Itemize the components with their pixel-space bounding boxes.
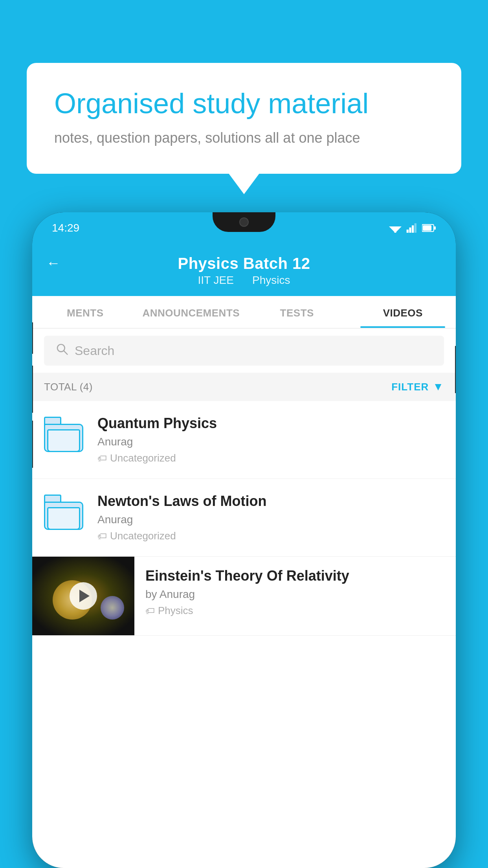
svg-rect-9 [434, 226, 436, 230]
search-container: Search [32, 329, 456, 373]
svg-line-12 [64, 351, 68, 355]
video-tag-3: 🏷 Physics [145, 605, 446, 617]
tabs-bar: MENTS ANNOUNCEMENTS TESTS VIDEOS [32, 296, 456, 329]
phone-side-btn-left2 [32, 366, 33, 413]
tab-tests[interactable]: TESTS [244, 296, 350, 328]
filter-icon: ▼ [433, 381, 444, 393]
tag-icon-1: 🏷 [97, 453, 107, 464]
svg-rect-6 [412, 225, 414, 233]
speech-bubble: Organised study material notes, question… [27, 63, 461, 174]
video-info-3: Einstein's Theory Of Relativity by Anura… [134, 557, 456, 628]
video-tag-label-2: Uncategorized [110, 530, 176, 542]
folder-icon-2 [44, 495, 83, 530]
tag-icon-2: 🏷 [97, 531, 107, 542]
video-title-2: Newton's Laws of Motion [97, 493, 444, 509]
search-placeholder: Search [75, 344, 114, 358]
phone-inner: ← Physics Batch 12 IIT JEE Physics MENTS… [32, 244, 456, 868]
video-tag-2: 🏷 Uncategorized [97, 530, 444, 542]
header-tag1: IIT JEE [198, 274, 234, 286]
app-header: ← Physics Batch 12 IIT JEE Physics [32, 244, 456, 296]
video-info-2: Newton's Laws of Motion Anurag 🏷 Uncateg… [97, 493, 444, 542]
video-tag-label-3: Physics [158, 605, 193, 617]
video-list: Quantum Physics Anurag 🏷 Uncategorized N… [32, 401, 456, 636]
search-icon [56, 343, 68, 359]
video-author-2: Anurag [97, 513, 444, 526]
video-author-3: by Anurag [145, 588, 446, 601]
filter-label: FILTER [391, 381, 429, 393]
folder-icon-1 [44, 417, 83, 452]
header-tag2: Physics [252, 274, 290, 286]
einstein-thumbnail [32, 557, 134, 635]
svg-rect-10 [423, 225, 431, 231]
total-count: TOTAL (4) [44, 381, 93, 393]
status-bar: 14:29 [32, 212, 456, 244]
video-title-3: Einstein's Theory Of Relativity [145, 568, 446, 584]
filter-button[interactable]: FILTER ▼ [391, 381, 444, 393]
camera [239, 217, 249, 227]
video-item-3[interactable]: Einstein's Theory Of Relativity by Anura… [32, 557, 456, 636]
tag-icon-3: 🏷 [145, 605, 155, 616]
video-tag-label-1: Uncategorized [110, 452, 176, 464]
video-item-1[interactable]: Quantum Physics Anurag 🏷 Uncategorized [32, 401, 456, 479]
svg-rect-7 [415, 223, 416, 233]
tab-announcements[interactable]: ANNOUNCEMENTS [138, 296, 244, 328]
svg-rect-4 [407, 230, 409, 233]
signal-icon [406, 223, 417, 233]
bubble-title: Organised study material [54, 86, 434, 120]
phone-side-btn-right [455, 346, 456, 393]
filter-bar: TOTAL (4) FILTER ▼ [32, 373, 456, 401]
wifi-icon [389, 223, 402, 233]
svg-rect-5 [409, 228, 411, 233]
video-item-2[interactable]: Newton's Laws of Motion Anurag 🏷 Uncateg… [32, 479, 456, 557]
notch [213, 212, 275, 232]
play-triangle [79, 590, 90, 602]
video-author-1: Anurag [97, 436, 444, 448]
back-button[interactable]: ← [46, 255, 61, 271]
status-time: 14:29 [52, 222, 79, 234]
header-subtitle: IIT JEE Physics [195, 274, 294, 287]
bubble-subtitle: notes, question papers, solutions all at… [54, 130, 434, 146]
video-info-1: Quantum Physics Anurag 🏷 Uncategorized [97, 415, 444, 464]
battery-icon [422, 224, 436, 232]
search-bar[interactable]: Search [44, 336, 444, 366]
phone-frame: 14:29 [32, 212, 456, 868]
header-title: Physics Batch 12 [178, 255, 310, 272]
video-tag-1: 🏷 Uncategorized [97, 452, 444, 464]
phone-side-btn-left3 [32, 421, 33, 468]
video-title-1: Quantum Physics [97, 415, 444, 432]
tab-videos[interactable]: VIDEOS [350, 296, 456, 328]
status-icons [389, 223, 436, 233]
tab-ments[interactable]: MENTS [32, 296, 138, 328]
play-button[interactable] [70, 582, 97, 610]
